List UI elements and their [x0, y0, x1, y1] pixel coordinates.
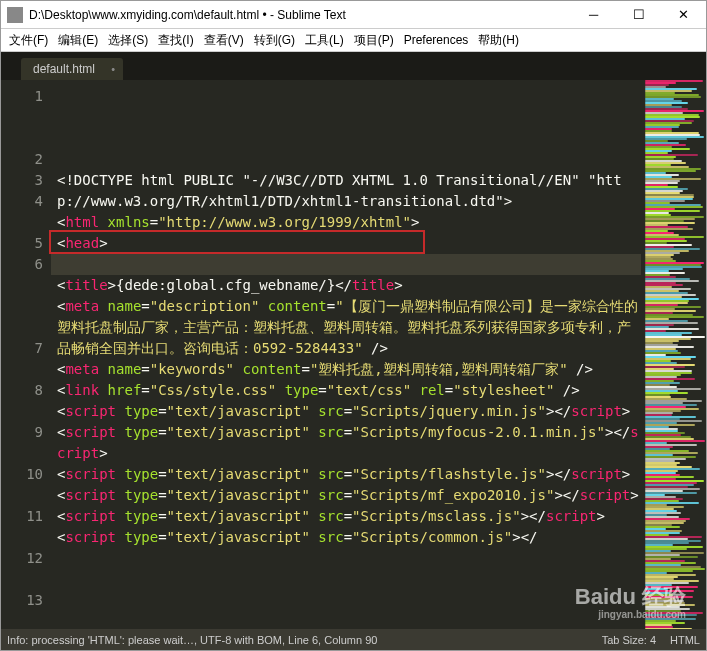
menu-tools[interactable]: 工具(L)	[301, 30, 348, 51]
menu-project[interactable]: 项目(P)	[350, 30, 398, 51]
menu-bar: 文件(F) 编辑(E) 选择(S) 查找(I) 查看(V) 转到(G) 工具(L…	[1, 29, 706, 52]
status-bar: Info: processing 'HTML': please wait…, U…	[1, 629, 706, 650]
maximize-button[interactable]: ☐	[616, 1, 661, 28]
minimap[interactable]	[641, 80, 706, 629]
tab-bar: default.html •	[1, 52, 706, 80]
status-left: Info: processing 'HTML': please wait…, U…	[7, 634, 377, 646]
tab-modified-indicator[interactable]: •	[111, 63, 115, 75]
active-line-highlight	[51, 254, 641, 275]
title-bar[interactable]: D:\Desktop\www.xmyiding.com\default.html…	[1, 1, 706, 29]
app-window: D:\Desktop\www.xmyiding.com\default.html…	[0, 0, 707, 651]
status-tabsize[interactable]: Tab Size: 4	[602, 634, 656, 646]
code-area[interactable]: <!DOCTYPE html PUBLIC "-//W3C//DTD XHTML…	[51, 80, 641, 629]
close-button[interactable]: ✕	[661, 1, 706, 28]
window-title: D:\Desktop\www.xmyiding.com\default.html…	[29, 8, 571, 22]
red-annotation-box	[49, 230, 425, 254]
menu-edit[interactable]: 编辑(E)	[54, 30, 102, 51]
tab-label: default.html	[33, 62, 95, 76]
line-gutter: 1234567891011121314	[1, 80, 51, 629]
menu-select[interactable]: 选择(S)	[104, 30, 152, 51]
menu-help[interactable]: 帮助(H)	[474, 30, 523, 51]
minimize-button[interactable]: ─	[571, 1, 616, 28]
menu-goto[interactable]: 转到(G)	[250, 30, 299, 51]
menu-view[interactable]: 查看(V)	[200, 30, 248, 51]
app-icon	[7, 7, 23, 23]
menu-find[interactable]: 查找(I)	[154, 30, 197, 51]
status-language[interactable]: HTML	[670, 634, 700, 646]
menu-preferences[interactable]: Preferences	[400, 31, 473, 49]
editor-area: 1234567891011121314 <!DOCTYPE html PUBLI…	[1, 80, 706, 629]
menu-file[interactable]: 文件(F)	[5, 30, 52, 51]
tab-default-html[interactable]: default.html •	[21, 58, 123, 80]
